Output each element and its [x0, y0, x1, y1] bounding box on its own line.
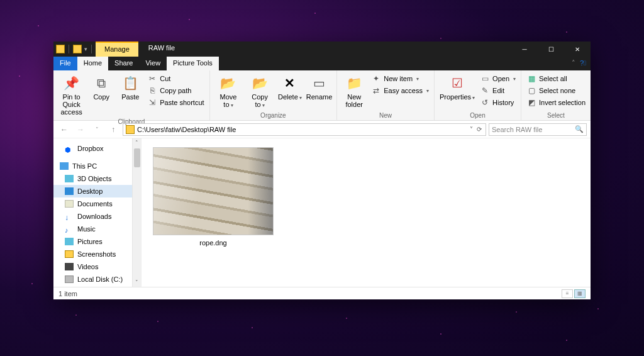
home-tab[interactable]: Home [77, 57, 108, 70]
folder-icon [126, 125, 135, 134]
group-label: Select [525, 111, 587, 120]
quick-access-toolbar: ▾ [53, 42, 96, 57]
paste-shortcut-button[interactable]: ⇲Paste shortcut [146, 97, 205, 108]
window-controls: ─ ☐ ✕ [511, 42, 591, 57]
select-all-button[interactable]: ▦Select all [525, 73, 587, 84]
invert-selection-icon: ◩ [526, 97, 536, 108]
details-view-button[interactable]: ≡ [562, 289, 573, 298]
ribbon-group-clipboard: 📌 Pin to Quick access ⧉ Copy 📋 Paste ✂Cu… [53, 70, 210, 120]
copy-path-icon: ⎘ [147, 86, 157, 96]
new-folder-button[interactable]: 📁 New folder [341, 73, 367, 109]
view-tab[interactable]: View [139, 57, 167, 70]
ic-desktop-icon [65, 187, 74, 195]
ribbon-tabs: File Home Share View Picture Tools ˄ ?⃝ [53, 57, 591, 70]
scroll-down-icon[interactable]: ˅ [135, 279, 138, 286]
ribbon-group-new: 📁 New folder ✦New item▾ ⇄Easy access▾ Ne… [337, 70, 435, 120]
rename-icon: ▭ [311, 74, 328, 92]
folder-icon [56, 45, 65, 53]
nav-scrollbar[interactable]: ˄ ˅ [132, 138, 141, 287]
help-icon[interactable]: ?⃝ [579, 57, 591, 70]
move-to-icon: 📂 [219, 74, 237, 92]
collapse-ribbon-button[interactable]: ˄ [568, 57, 579, 70]
refresh-button[interactable]: ⟳ [477, 126, 482, 133]
cut-button[interactable]: ✂Cut [146, 73, 205, 84]
ic-music-icon: ♪ [65, 225, 74, 233]
nav-item-pictures[interactable]: Pictures [53, 235, 141, 248]
address-dropdown-icon[interactable]: ˅ [470, 126, 473, 133]
rename-button[interactable]: ▭ Rename [306, 73, 333, 102]
delete-button[interactable]: ✕ Delete▾ [277, 73, 303, 103]
nav-dropbox[interactable]: ⬢ Dropbox [53, 142, 141, 155]
label: Paste shortcut [160, 99, 204, 106]
ribbon-group-open: ☑ Properties▾ ▭Open▾ ✎Edit ↺History Open [435, 70, 521, 120]
address-path: C:\Users\fatiw\Desktop\RAW file [137, 126, 236, 133]
group-label: New [341, 111, 430, 120]
nav-item-music[interactable]: ♪Music [53, 223, 141, 235]
nav-item-videos[interactable]: Videos [53, 260, 141, 273]
search-box[interactable]: Search RAW file 🔍 [489, 123, 587, 136]
nav-item-documents[interactable]: Documents [53, 197, 141, 210]
back-button[interactable]: ← [57, 125, 71, 134]
history-button[interactable]: ↺History [479, 97, 517, 108]
nav-this-pc[interactable]: This PC [53, 160, 141, 172]
label: Copy to▾ [247, 93, 273, 109]
label: Pictures [77, 236, 103, 247]
up-button[interactable]: ↑ [106, 125, 120, 134]
invert-selection-button[interactable]: ◩Invert selection [525, 97, 587, 108]
explorer-window: ▾ Manage RAW file ─ ☐ ✕ File Home Share … [53, 42, 591, 299]
edit-button[interactable]: ✎Edit [479, 85, 517, 96]
picture-tools-tab[interactable]: Picture Tools [167, 57, 219, 70]
close-button[interactable]: ✕ [564, 42, 591, 57]
copy-path-button[interactable]: ⎘Copy path [146, 85, 205, 96]
copy-to-icon: 📂 [251, 74, 269, 92]
separator [69, 45, 69, 53]
open-button[interactable]: ▭Open▾ [479, 73, 517, 84]
separator [91, 45, 92, 53]
pin-to-quick-access-button[interactable]: 📌 Pin to Quick access [57, 73, 86, 117]
nav-item-desktop[interactable]: Desktop [53, 185, 141, 197]
content-area[interactable]: rope.dng [142, 138, 591, 287]
new-folder-icon: 📁 [345, 74, 363, 92]
paste-button[interactable]: 📋 Paste [117, 73, 143, 102]
move-to-button[interactable]: 📂 Move to▾ [214, 73, 243, 110]
qat-overflow-icon[interactable]: ▾ [84, 46, 87, 52]
ic-disk-icon [65, 275, 74, 283]
easy-access-button[interactable]: ⇄Easy access▾ [370, 85, 430, 96]
scroll-thumb[interactable] [134, 148, 140, 167]
status-bar: 1 item ≡ ▦ [53, 287, 591, 299]
label: History [492, 99, 514, 106]
label: Select none [539, 87, 575, 94]
copy-button[interactable]: ⧉ Copy [88, 73, 114, 102]
thumbnails-view-button[interactable]: ▦ [574, 289, 586, 298]
scroll-up-icon[interactable]: ˄ [135, 140, 138, 146]
nav-item-3d-objects[interactable]: 3D Objects [53, 172, 141, 185]
label: Cut [160, 75, 170, 82]
file-item[interactable]: rope.dng [153, 147, 274, 247]
label: Copy path [160, 87, 191, 94]
nav-item-downloads[interactable]: ↓Downloads [53, 210, 141, 223]
forward-button[interactable]: → [74, 125, 87, 134]
minimize-button[interactable]: ─ [511, 42, 538, 57]
pc-icon [60, 162, 69, 170]
properties-button[interactable]: ☑ Properties▾ [438, 73, 476, 103]
ic-folder-icon [65, 250, 74, 258]
nav-item-local-disk-d-[interactable]: Local Disk (D:) [53, 286, 141, 287]
label: Open [492, 75, 509, 82]
recent-locations-button[interactable]: ˅ [90, 126, 104, 133]
select-none-button[interactable]: ▢Select none [525, 85, 587, 96]
address-bar-row: ← → ˅ ↑ C:\Users\fatiw\Desktop\RAW file … [53, 121, 591, 138]
maximize-button[interactable]: ☐ [538, 42, 564, 57]
label: Rename [306, 93, 333, 101]
label: Delete▾ [278, 93, 302, 101]
share-tab[interactable]: Share [108, 57, 139, 70]
nav-item-local-disk-c-[interactable]: Local Disk (C:) [53, 273, 141, 286]
nav-item-screenshots[interactable]: Screenshots [53, 248, 141, 260]
select-all-icon: ▦ [526, 74, 536, 84]
ic-down-icon: ↓ [65, 213, 74, 220]
new-item-button[interactable]: ✦New item▾ [370, 73, 430, 84]
file-menu[interactable]: File [53, 57, 77, 70]
copy-to-button[interactable]: 📂 Copy to▾ [245, 73, 274, 110]
address-bar[interactable]: C:\Users\fatiw\Desktop\RAW file ˅ ⟳ [123, 123, 486, 136]
folder-icon [73, 45, 82, 53]
view-mode-buttons: ≡ ▦ [562, 289, 586, 298]
